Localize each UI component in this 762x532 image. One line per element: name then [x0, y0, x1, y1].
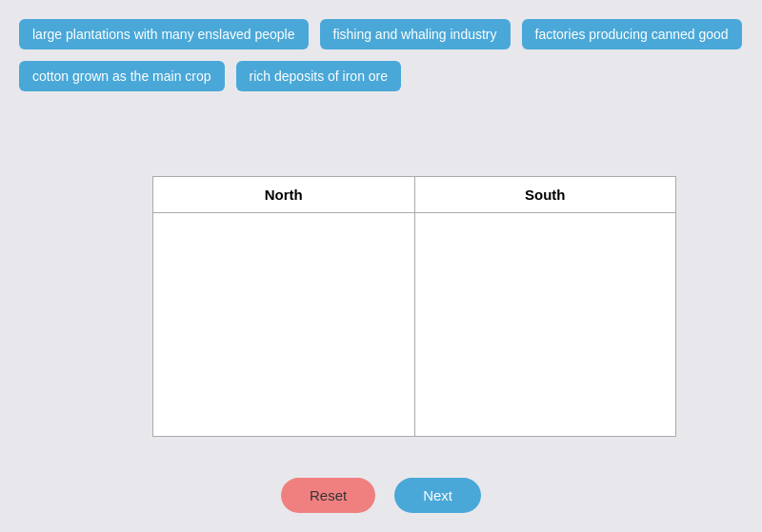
- chip-large-plantations[interactable]: large plantations with many enslaved peo…: [19, 19, 309, 49]
- north-drop-zone[interactable]: [153, 213, 415, 437]
- next-button[interactable]: Next: [394, 478, 481, 513]
- drag-items-area: large plantations with many enslaved peo…: [19, 19, 743, 91]
- classification-table: North South: [152, 176, 676, 437]
- reset-button[interactable]: Reset: [281, 478, 375, 513]
- north-column-header: North: [153, 177, 415, 213]
- chip-iron-ore[interactable]: rich deposits of iron ore: [236, 61, 402, 91]
- south-column-header: South: [414, 177, 676, 213]
- chip-cotton-crop[interactable]: cotton grown as the main crop: [19, 61, 225, 91]
- south-drop-zone[interactable]: [414, 213, 676, 437]
- chip-fishing-whaling[interactable]: fishing and whaling industry: [320, 19, 511, 49]
- chip-factories-canned[interactable]: factories producing canned good: [522, 19, 742, 49]
- sort-table-area: North South: [152, 176, 676, 437]
- buttons-area: Reset Next: [0, 478, 762, 513]
